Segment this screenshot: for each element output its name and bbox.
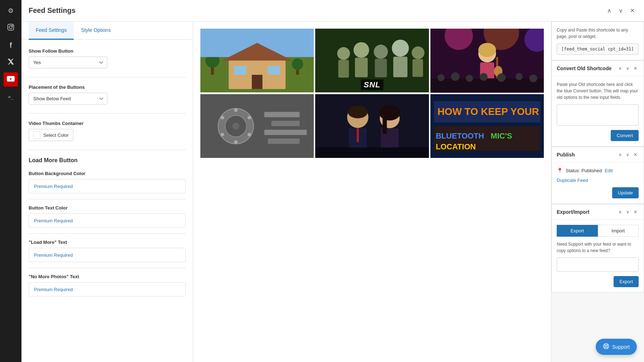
publish-collapse-down[interactable]: ∨ xyxy=(625,151,631,158)
svg-point-21 xyxy=(337,47,350,60)
video-thumbs-label: Video Thumbs Container xyxy=(29,121,186,126)
svg-rect-61 xyxy=(268,138,299,144)
convert-collapse-up[interactable]: ∧ xyxy=(617,65,623,72)
export-import-collapse-up[interactable]: ∧ xyxy=(617,209,623,215)
svg-rect-28 xyxy=(393,57,408,77)
svg-point-53 xyxy=(248,116,251,119)
svg-point-55 xyxy=(234,140,238,144)
collapse-up-button[interactable]: ∧ xyxy=(605,6,614,15)
svg-rect-59 xyxy=(271,121,299,126)
support-fab-button[interactable]: Support xyxy=(596,339,637,355)
svg-point-54 xyxy=(248,133,251,136)
load-more-text-field: "Load More" Text Premium Required xyxy=(29,240,186,262)
sidebar-icon-settings[interactable]: ⚙ xyxy=(4,4,18,18)
publish-collapse-up[interactable]: ∧ xyxy=(617,151,623,158)
edit-link[interactable]: Edit xyxy=(605,168,613,173)
support-icon xyxy=(603,343,609,351)
btn-text-color-premium-text: Premium Required xyxy=(34,218,73,223)
export-tab[interactable]: Export xyxy=(557,225,598,237)
tab-feed-settings[interactable]: Feed Settings xyxy=(29,21,74,40)
export-import-body: Export Import Need Support with your fee… xyxy=(552,220,644,292)
publish-close[interactable]: ✕ xyxy=(632,151,639,158)
show-follow-button-field: Show Follow Button Yes No xyxy=(29,48,186,68)
divider-3 xyxy=(29,150,186,150)
facebook-icon: f xyxy=(10,41,12,49)
publish-header: Publish ∧ ∨ ✕ xyxy=(552,147,644,163)
btn-bg-color-premium-text: Premium Required xyxy=(34,184,73,189)
convert-body: Paste your Old shortcode here and click … xyxy=(552,76,644,146)
svg-rect-22 xyxy=(338,60,349,78)
svg-rect-30 xyxy=(413,59,423,77)
placement-buttons-label: Placement of the Buttons xyxy=(29,85,186,90)
no-more-photos-premium-box: Premium Required xyxy=(29,282,186,296)
svg-point-51 xyxy=(232,122,239,130)
image-cell-text: HOW TO KEEP YOUR BLUETOOTH MIC'S LOCATIO… xyxy=(430,94,544,158)
svg-text:MIC'S: MIC'S xyxy=(491,131,512,140)
status-icon: 📍 xyxy=(557,168,563,173)
convert-button[interactable]: Convert xyxy=(611,130,639,141)
publish-title: Publish xyxy=(557,152,575,158)
svg-line-85 xyxy=(604,347,605,348)
load-more-section: Load More Button Button Background Color… xyxy=(29,157,186,296)
svg-line-83 xyxy=(607,347,608,348)
show-follow-button-label: Show Follow Button xyxy=(29,48,186,54)
page-title: Feed Settings xyxy=(29,6,75,15)
support-description: Need Support with your feed or want to c… xyxy=(557,241,639,254)
collapse-down-button[interactable]: ∨ xyxy=(616,6,625,15)
old-shortcode-input[interactable] xyxy=(557,104,639,126)
svg-point-13 xyxy=(292,58,303,70)
svg-rect-58 xyxy=(264,112,299,117)
top-bar: Feed Settings ∧ ∨ ✕ xyxy=(21,0,644,21)
export-import-section: Export/Import ∧ ∨ ✕ Export Import Need S… xyxy=(551,204,644,293)
svg-rect-60 xyxy=(264,130,307,135)
svg-rect-71 xyxy=(383,112,387,134)
divider-2 xyxy=(29,113,186,114)
shortcode-body: Copy and Paste this shortcode to any pag… xyxy=(552,22,644,60)
content-area: Feed Settings Style Options Show Follow … xyxy=(21,21,644,362)
sidebar-icon-twitter[interactable] xyxy=(4,55,18,69)
close-button[interactable]: ✕ xyxy=(628,6,637,15)
image-cell-couple xyxy=(315,94,429,158)
export-input[interactable] xyxy=(557,257,639,272)
svg-point-70 xyxy=(379,105,400,120)
export-import-header: Export/Import ∧ ∨ ✕ xyxy=(552,204,644,220)
duplicate-feed-link[interactable]: Duplicate Feed xyxy=(557,178,639,183)
shortcode-value[interactable]: [feed_them_social cpt_id=31] xyxy=(557,43,639,55)
convert-collapse-down[interactable]: ∨ xyxy=(625,65,631,72)
top-bar-actions: ∧ ∨ ✕ xyxy=(605,6,637,15)
convert-controls: ∧ ∨ ✕ xyxy=(617,65,639,72)
no-more-photos-field: "No More Photos" Text Premium Required xyxy=(29,274,186,296)
import-tab[interactable]: Import xyxy=(598,225,639,237)
tabs-bar: Feed Settings Style Options xyxy=(21,21,193,40)
svg-line-84 xyxy=(607,344,608,346)
svg-point-39 xyxy=(478,43,496,57)
no-more-photos-premium-text: Premium Required xyxy=(34,287,73,292)
divider-1 xyxy=(29,77,186,77)
export-button[interactable]: Export xyxy=(614,276,639,287)
publish-section: Publish ∧ ∨ ✕ 📍 Status: Published Edit D… xyxy=(551,147,644,204)
sidebar-icon-youtube[interactable] xyxy=(4,72,18,87)
sidebar-icon-terminal[interactable]: >_ xyxy=(4,90,18,104)
update-button[interactable]: Update xyxy=(612,187,639,198)
sidebar-icon-instagram[interactable] xyxy=(4,21,18,35)
export-import-close[interactable]: ✕ xyxy=(632,209,639,215)
support-label: Support xyxy=(612,344,630,350)
svg-point-45 xyxy=(497,73,506,82)
youtube-icon xyxy=(7,76,15,83)
divider-4 xyxy=(29,199,186,199)
show-follow-button-select[interactable]: Yes No xyxy=(29,57,107,68)
placement-buttons-select[interactable]: Show Below Feed Show Above Feed Show Bot… xyxy=(29,93,107,105)
convert-close[interactable]: ✕ xyxy=(632,65,639,72)
btn-text-color-field: Button Text Color Premium Required xyxy=(29,205,186,228)
export-import-collapse-down[interactable]: ∨ xyxy=(625,209,631,215)
svg-point-29 xyxy=(412,47,425,59)
sidebar-icon-facebook[interactable]: f xyxy=(4,38,18,52)
divider-5 xyxy=(29,233,186,234)
svg-point-2 xyxy=(12,25,13,26)
btn-bg-color-label: Button Background Color xyxy=(29,171,186,176)
no-more-photos-label: "No More Photos" Text xyxy=(29,274,186,279)
select-color-button[interactable]: Select Color xyxy=(29,129,73,141)
preview-area: SNL xyxy=(193,21,551,362)
tab-style-options[interactable]: Style Options xyxy=(74,21,118,40)
status-text: Status: Published xyxy=(566,168,602,173)
